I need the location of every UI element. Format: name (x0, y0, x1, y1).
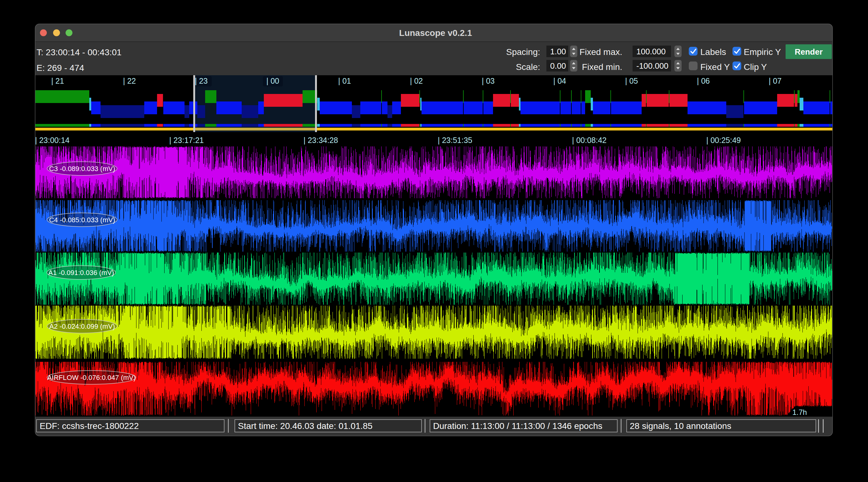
svg-text:| 01: | 01 (338, 76, 351, 85)
svg-text:Empiric Y: Empiric Y (744, 47, 781, 57)
svg-text:| 00: | 00 (266, 76, 279, 85)
svg-text:| 22: | 22 (123, 76, 136, 85)
svg-text:C3 -0.089:0.033 (mV): C3 -0.089:0.033 (mV) (49, 165, 115, 173)
svg-text:E: 269 - 474: E: 269 - 474 (36, 63, 84, 73)
svg-text:| 23:34:28: | 23:34:28 (304, 136, 338, 144)
svg-text:Render: Render (795, 47, 823, 57)
svg-text:28 signals, 10 annotations: 28 signals, 10 annotations (630, 421, 731, 431)
svg-text:-100.000: -100.000 (636, 61, 669, 70)
svg-text:A1 -0.091:0.036 (mV): A1 -0.091:0.036 (mV) (49, 269, 114, 277)
svg-text:| 00:08:42: | 00:08:42 (572, 136, 607, 144)
svg-text:Labels: Labels (700, 47, 726, 57)
svg-text:| 23:51:35: | 23:51:35 (438, 136, 472, 144)
svg-text:T: 23:00:14 - 00:43:01: T: 23:00:14 - 00:43:01 (36, 47, 121, 57)
svg-text:Fixed max.: Fixed max. (580, 47, 622, 57)
svg-text:| 21: | 21 (51, 76, 64, 85)
svg-text:| 23:00:14: | 23:00:14 (35, 136, 70, 144)
svg-text:| 23:17:21: | 23:17:21 (169, 136, 204, 144)
svg-text:Lunascope v0.2.1: Lunascope v0.2.1 (399, 28, 472, 38)
svg-text:| 03: | 03 (482, 76, 495, 85)
svg-text:Start time: 20.46.03 date: 01.: Start time: 20.46.03 date: 01.01.85 (238, 421, 372, 431)
svg-text:| 04: | 04 (553, 76, 566, 85)
svg-text:Fixed min.: Fixed min. (582, 62, 622, 72)
svg-text:A2 -0.024:0.099 (mV): A2 -0.024:0.099 (mV) (49, 322, 115, 330)
svg-text:Scale:: Scale: (516, 62, 540, 72)
svg-text:1.00: 1.00 (550, 47, 566, 56)
svg-text:Duration: 11:13:00 / 11:13:00: Duration: 11:13:00 / 11:13:00 / 1346 epo… (433, 421, 602, 431)
svg-text:EDF: ccshs-trec-1800222: EDF: ccshs-trec-1800222 (40, 421, 138, 431)
svg-text:| 07: | 07 (769, 76, 781, 85)
svg-text:| 05: | 05 (625, 76, 638, 85)
svg-text:| 06: | 06 (697, 76, 710, 85)
svg-text:| 23: | 23 (195, 76, 208, 85)
svg-text:Clip Y: Clip Y (744, 62, 767, 72)
svg-text:| 02: | 02 (410, 76, 423, 85)
svg-text:AIRFLOW -0.076:0.047 (mV): AIRFLOW -0.076:0.047 (mV) (47, 374, 136, 382)
svg-text:0.00: 0.00 (550, 61, 566, 70)
svg-text:Fixed Y: Fixed Y (700, 62, 730, 72)
svg-text:C4 -0.085:0.033 (mV): C4 -0.085:0.033 (mV) (49, 216, 115, 224)
svg-text:100.000: 100.000 (636, 47, 666, 56)
svg-text:1.7h: 1.7h (793, 408, 807, 416)
svg-text:Spacing:: Spacing: (506, 47, 540, 57)
svg-text:| 00:25:49: | 00:25:49 (706, 136, 741, 144)
